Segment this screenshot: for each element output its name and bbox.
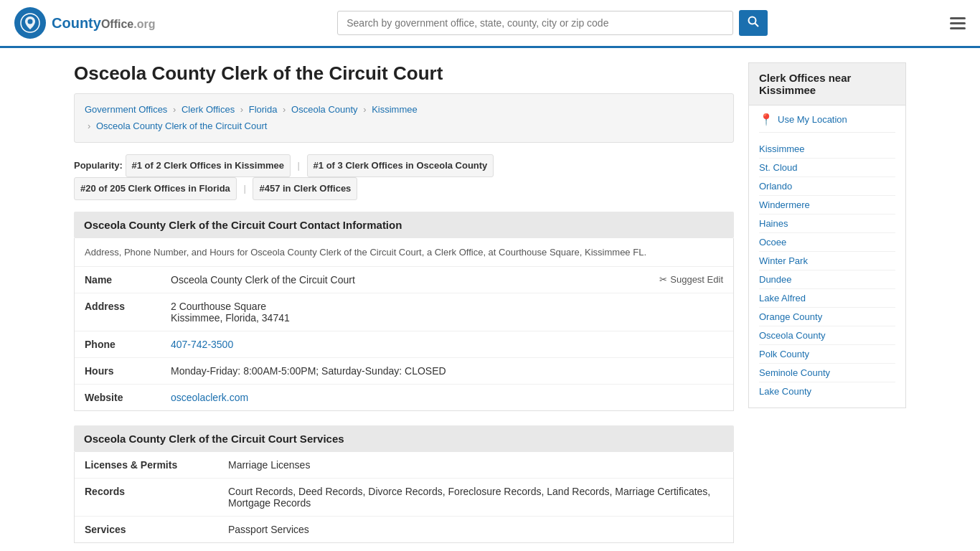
logo-area: CountyOffice.org [14,7,155,39]
search-input[interactable] [337,11,733,35]
sidebar-link-windermere[interactable]: Windermere [759,196,895,215]
sidebar-link-winterpark[interactable]: Winter Park [759,252,895,270]
website-value: osceolaclerk.com [171,392,723,403]
sidebar-link-dundee[interactable]: Dundee [759,270,895,289]
phone-link[interactable]: 407-742-3500 [171,339,233,350]
breadcrumb-link-gov[interactable]: Government Offices [85,104,167,115]
use-location-link[interactable]: Use My Location [778,114,847,125]
sidebar-link-ocoee[interactable]: Ocoee [759,233,895,252]
address-label: Address [85,301,171,312]
svg-point-1 [28,19,33,24]
breadcrumb: Government Offices › Clerk Offices › Flo… [74,93,734,143]
sidebar-link-lakealfred[interactable]: Lake Alfred [759,289,895,308]
website-link[interactable]: osceolaclerk.com [171,392,248,403]
site-header: CountyOffice.org [0,0,980,48]
service-row-1: Records Court Records, Deed Records, Div… [75,479,733,517]
sidebar-link-lake[interactable]: Lake County [759,382,895,400]
hours-row: Hours Monday-Friday: 8:00AM-5:00PM; Satu… [75,358,733,385]
website-row: Website osceolaclerk.com [75,385,733,410]
service-label-0: Licenses & Permits [85,459,228,471]
name-label: Name [85,274,171,286]
page-title: Osceola County Clerk of the Circuit Cour… [74,62,734,85]
menu-button[interactable] [950,17,966,29]
breadcrumb-link-clerk[interactable]: Clerk Offices [182,104,235,115]
service-value-2: Passport Services [228,524,723,535]
sidebar-link-polk[interactable]: Polk County [759,345,895,364]
phone-value: 407-742-3500 [171,339,723,350]
services-block: Licenses & Permits Marriage Licenses Rec… [74,452,734,543]
search-area [337,10,768,36]
website-label: Website [85,392,171,403]
sidebar-link-orlando[interactable]: Orlando [759,177,895,196]
breadcrumb-link-osceola[interactable]: Osceola County [291,104,358,115]
address-row: Address 2 Courthouse Square Kissimmee, F… [75,293,733,331]
service-row-2: Services Passport Services [75,517,733,542]
svg-point-2 [749,17,756,24]
contact-info-block: Address, Phone Number, and Hours for Osc… [74,238,734,411]
svg-line-3 [755,24,759,27]
pop-badge-4: #457 in Clerk Offices [253,177,357,200]
content-area: Osceola County Clerk of the Circuit Cour… [74,62,734,551]
sidebar-link-kissimmee[interactable]: Kissimmee [759,140,895,159]
sidebar: Clerk Offices near Kissimmee 📍 Use My Lo… [748,62,906,551]
pop-badge-3: #20 of 205 Clerk Offices in Florida [74,177,237,200]
sidebar-link-osceola[interactable]: Osceola County [759,326,895,345]
popularity-section: Popularity: #1 of 2 Clerk Offices in Kis… [74,154,734,200]
sidebar-link-orange[interactable]: Orange County [759,308,895,326]
service-value-1: Court Records, Deed Records, Divorce Rec… [228,486,723,509]
phone-label: Phone [85,339,171,350]
hours-value: Monday-Friday: 8:00AM-5:00PM; Saturday-S… [171,365,723,377]
breadcrumb-link-kissimmee[interactable]: Kissimmee [372,104,418,115]
pop-badge-1: #1 of 2 Clerk Offices in Kissimmee [126,154,291,177]
sidebar-link-seminole[interactable]: Seminole County [759,364,895,382]
sidebar-content: 📍 Use My Location Kissimmee St. Cloud Or… [748,105,906,408]
name-row: Name Osceola County Clerk of the Circuit… [75,267,733,293]
address-value: 2 Courthouse Square Kissimmee, Florida, … [171,301,723,324]
services-section-header: Osceola County Clerk of the Circuit Cour… [74,425,734,452]
suggest-edit-btn[interactable]: ✂ Suggest Edit [659,274,723,285]
service-row-0: Licenses & Permits Marriage Licenses [75,452,733,479]
sidebar-header: Clerk Offices near Kissimmee [748,62,906,105]
service-value-0: Marriage Licenses [228,459,723,471]
logo-icon [14,7,46,39]
contact-section-header: Osceola County Clerk of the Circuit Cour… [74,212,734,238]
breadcrumb-link-florida[interactable]: Florida [249,104,278,115]
service-label-1: Records [85,486,228,497]
sidebar-link-stcloud[interactable]: St. Cloud [759,159,895,177]
contact-description: Address, Phone Number, and Hours for Osc… [75,238,733,267]
location-pin-icon: 📍 [759,113,773,126]
popularity-label: Popularity: [74,160,123,171]
pop-badge-2: #1 of 3 Clerk Offices in Osceola County [307,154,494,177]
logo-text: CountyOffice.org [52,15,155,32]
main-container: Osceola County Clerk of the Circuit Cour… [60,48,920,551]
use-my-location[interactable]: 📍 Use My Location [759,113,895,133]
search-button[interactable] [739,10,768,36]
hours-label: Hours [85,365,171,377]
name-value: Osceola County Clerk of the Circuit Cour… [171,274,659,286]
phone-row: Phone 407-742-3500 [75,331,733,358]
breadcrumb-link-current[interactable]: Osceola County Clerk of the Circuit Cour… [96,121,267,131]
service-label-2: Services [85,524,228,535]
sidebar-link-haines[interactable]: Haines [759,215,895,233]
